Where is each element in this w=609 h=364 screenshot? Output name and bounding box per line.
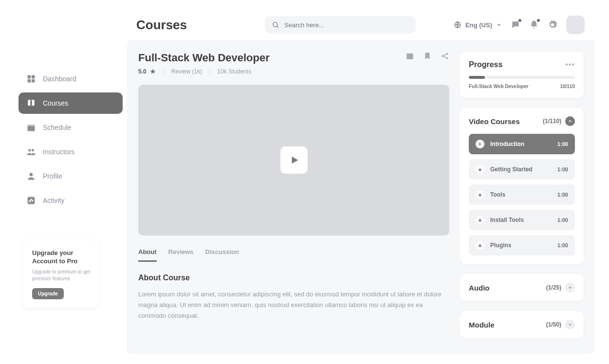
lesson-duration: 1:00 — [557, 166, 568, 172]
svg-rect-0 — [28, 75, 31, 79]
search-icon — [272, 21, 279, 29]
lesson-title: Install Tools — [490, 217, 524, 223]
audio-title: Audio — [469, 284, 490, 292]
lesson-item[interactable]: Getting Started 1:00 — [469, 159, 575, 180]
language-selector[interactable]: Eng (US) — [454, 21, 502, 29]
video-courses-count: (1/110) — [543, 118, 561, 125]
topbar: Courses Eng (US) — [127, 10, 594, 40]
sidebar-item-profile[interactable]: Profile — [18, 165, 123, 187]
sidebar-item-schedule[interactable]: Schedule — [18, 117, 123, 138]
svg-rect-12 — [406, 54, 413, 59]
lesson-duration: 1:00 — [557, 217, 568, 223]
search-box[interactable] — [265, 16, 416, 34]
collapse-button[interactable] — [565, 116, 575, 126]
upgrade-button[interactable]: Upgrade — [32, 288, 64, 299]
svg-point-10 — [273, 22, 277, 27]
progress-card: Progress ••• Full-Stack Web Developer 10… — [460, 52, 584, 98]
tabs: About Reviews Discussion — [138, 248, 449, 262]
lesson-duration: 1:00 — [557, 242, 568, 248]
video-player[interactable] — [138, 85, 449, 236]
globe-icon — [454, 21, 461, 29]
svg-rect-19 — [479, 245, 481, 247]
svg-rect-18 — [479, 220, 481, 222]
students-count: 10k Students — [217, 68, 251, 75]
audio-card: Audio (1/25) — [460, 274, 584, 301]
settings-button[interactable] — [548, 20, 557, 30]
calendar-action-icon[interactable] — [406, 52, 414, 60]
sidebar-item-label: Schedule — [43, 124, 71, 131]
module-count: (1/50) — [546, 321, 561, 328]
upgrade-card: Upgrade your Account to Pro Upgrade to p… — [23, 240, 99, 308]
reviews-count: Review (1k) — [171, 68, 202, 75]
upgrade-desc: Upgrade to premium to get premium featur… — [32, 269, 90, 282]
svg-point-6 — [28, 149, 31, 151]
sidebar-item-label: Dashboard — [43, 75, 76, 83]
book-icon — [26, 98, 36, 108]
upgrade-title: Upgrade your Account to Pro — [32, 249, 90, 266]
search-input[interactable] — [284, 21, 409, 29]
header-actions — [406, 52, 449, 60]
lesson-duration: 1:00 — [557, 192, 568, 198]
svg-rect-16 — [479, 169, 481, 171]
notifications-button[interactable] — [529, 20, 539, 30]
sidebar-item-label: Activity — [43, 197, 64, 204]
user-icon — [26, 171, 36, 181]
activity-icon — [26, 196, 36, 205]
progress-bar — [469, 76, 575, 79]
module-title: Module — [469, 321, 495, 329]
notification-dot — [518, 19, 521, 22]
lessons-list: Introduction 1:00 Getting Started 1:00 T… — [469, 134, 575, 255]
lesson-title: Plugins — [490, 242, 511, 249]
play-button[interactable] — [280, 146, 308, 174]
progress-count: 10/110 — [560, 84, 575, 89]
play-icon — [289, 155, 300, 165]
sidebar-item-label: Instructors — [43, 148, 74, 156]
sidebar-item-courses[interactable]: Courses — [18, 92, 123, 114]
tab-discussion[interactable]: Discussion — [205, 248, 239, 262]
tab-reviews[interactable]: Reviews — [168, 248, 194, 262]
tab-about[interactable]: About — [138, 248, 157, 262]
course-meta: 5.0 | Review (1k) | 10k Students — [138, 68, 270, 75]
language-label: Eng (US) — [465, 21, 492, 29]
play-circle-icon — [476, 140, 484, 148]
messages-button[interactable] — [511, 20, 520, 30]
grid-icon — [26, 74, 36, 84]
calendar-icon — [26, 123, 36, 132]
star-icon — [149, 68, 156, 75]
lesson-item[interactable]: Plugins 1:00 — [469, 235, 575, 255]
about-text: Lorem ipsum dolor sit amet, consectetur … — [138, 289, 449, 321]
about-heading: About Course — [138, 273, 449, 282]
module-card: Module (1/50) — [460, 311, 584, 338]
lesson-item[interactable]: Tools 1:00 — [469, 184, 575, 205]
sidebar-item-label: Profile — [43, 172, 62, 180]
svg-rect-17 — [479, 195, 481, 197]
lesson-title: Getting Started — [490, 166, 533, 173]
lesson-title: Tools — [490, 191, 505, 198]
expand-button[interactable] — [565, 320, 575, 329]
content: Full-Stack Web Developer 5.0 | Review (1… — [127, 40, 449, 354]
rating-value: 5.0 — [138, 68, 147, 75]
expand-button[interactable] — [565, 283, 575, 292]
share-icon[interactable] — [441, 52, 449, 60]
lock-icon — [476, 216, 484, 224]
sidebar-item-instructors[interactable]: Instructors — [18, 141, 123, 163]
bookmark-icon[interactable] — [423, 52, 432, 60]
progress-title: Progress — [469, 60, 502, 69]
lesson-item[interactable]: Install Tools 1:00 — [469, 210, 575, 230]
notification-dot — [537, 19, 540, 22]
lesson-item[interactable]: Introduction 1:00 — [469, 134, 575, 154]
sidebar: Dashboard Courses Schedule Instructors P… — [15, 10, 127, 354]
lock-icon — [476, 241, 484, 250]
sidebar-item-dashboard[interactable]: Dashboard — [18, 68, 123, 90]
about-section: About Course Lorem ipsum dolor sit amet,… — [138, 273, 449, 321]
svg-point-8 — [30, 173, 33, 176]
svg-point-7 — [32, 149, 34, 151]
avatar[interactable] — [566, 16, 585, 34]
more-icon[interactable]: ••• — [565, 60, 575, 69]
chevron-down-icon — [496, 22, 502, 28]
video-courses-title: Video Courses — [469, 117, 520, 126]
main: Courses Eng (US) — [127, 10, 594, 354]
users-icon — [26, 147, 36, 157]
sidebar-item-activity[interactable]: Activity — [18, 190, 123, 211]
svg-rect-3 — [32, 79, 35, 83]
